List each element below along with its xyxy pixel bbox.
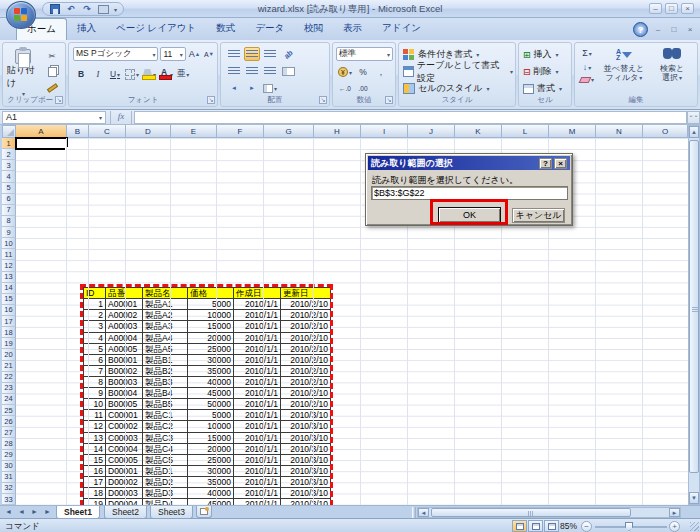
align-left-button[interactable] [226,64,242,78]
column-header-l[interactable]: L [502,125,549,138]
row-header-10[interactable]: 10 [2,238,16,249]
delete-cells-button[interactable]: ⊟ 削除 ▾ [523,64,569,79]
table-cell[interactable]: 2010/2/10 [281,321,331,332]
alignment-dialog-launcher[interactable]: ↘ [319,96,327,104]
table-cell[interactable]: 製品B4 [143,388,188,399]
row-header-18[interactable]: 18 [2,327,16,338]
doc-close-button[interactable]: × [684,25,696,35]
row-header-11[interactable]: 11 [2,249,16,260]
table-cell[interactable]: 2010/3/10 [281,488,331,499]
grow-font-button[interactable]: A▲ [188,47,201,61]
office-button[interactable] [6,1,36,29]
format-cells-button[interactable]: 書式 ▾ [523,81,569,96]
row-header-16[interactable]: 16 [2,305,16,316]
table-cell[interactable]: 2010/1/1 [234,321,281,332]
row-header-22[interactable]: 22 [2,372,16,383]
table-cell[interactable]: 15 [84,454,106,465]
column-header-f[interactable]: F [217,125,264,138]
table-cell[interactable]: 25000 [188,343,234,354]
fill-color-button[interactable]: ▾ [141,67,157,81]
expand-formula-bar-icon[interactable]: ⌄⌄ [687,111,700,124]
table-cell[interactable]: 2010/2/10 [281,365,331,376]
table-cell[interactable]: 2010/1/1 [234,376,281,387]
table-cell[interactable]: 2010/1/1 [234,488,281,499]
data-table[interactable]: ID品番製品名価格作成日更新日1A00001製品A150002010/1/120… [83,287,331,521]
page-layout-view-button[interactable] [528,520,543,532]
tab-view[interactable]: 表示 [333,18,372,40]
table-cell[interactable]: 25000 [188,454,234,465]
cell-styles-button[interactable]: セルのスタイル ▾ [403,81,513,96]
table-cell[interactable]: 製品B1 [143,354,188,365]
table-cell[interactable]: B00004 [106,388,143,399]
dialog-close-icon[interactable]: × [554,158,567,169]
doc-minimize-button[interactable]: – [652,25,664,35]
table-cell[interactable]: 製品B3 [143,376,188,387]
column-header-b[interactable]: B [67,125,89,138]
table-cell[interactable]: 8 [84,376,106,387]
clear-button[interactable]: ▾ [579,75,595,84]
table-cell[interactable]: 製品A5 [143,343,188,354]
table-cell[interactable]: 40000 [188,488,234,499]
font-dialog-launcher[interactable]: ↘ [207,96,215,104]
table-header-cell[interactable]: ID [84,288,106,299]
table-cell[interactable]: 2010/3/10 [281,476,331,487]
table-cell[interactable]: 製品A1 [143,299,188,310]
font-color-button[interactable]: A▾ [158,67,174,81]
horizontal-scroll-thumb[interactable] [431,508,631,517]
table-cell[interactable]: C00003 [106,432,143,443]
tab-splitter[interactable] [412,507,416,518]
first-sheet-icon[interactable]: ◄ [2,506,15,518]
table-cell[interactable]: 製品C5 [143,454,188,465]
table-cell[interactable]: 2010/1/1 [234,299,281,310]
row-header-28[interactable]: 28 [2,438,16,449]
table-cell[interactable]: 2010/1/1 [234,465,281,476]
fill-button[interactable]: ↓▾ [579,61,595,73]
row-header-4[interactable]: 4 [2,171,16,182]
orientation-button[interactable]: ab [280,47,296,61]
row-header-25[interactable]: 25 [2,405,16,416]
row-header-13[interactable]: 13 [2,272,16,283]
format-painter-button[interactable] [44,81,60,95]
table-cell[interactable]: 製品D3 [143,488,188,499]
table-cell[interactable]: 4 [84,332,106,343]
table-cell[interactable]: 2010/1/1 [234,343,281,354]
table-cell[interactable]: A00004 [106,332,143,343]
insert-function-icon[interactable]: fx [110,111,132,124]
row-header-6[interactable]: 6 [2,194,16,205]
save-icon[interactable] [49,4,61,15]
table-cell[interactable]: 15000 [188,321,234,332]
scroll-right-icon[interactable]: ► [669,508,680,517]
horizontal-scrollbar[interactable]: ◄ ► [417,507,681,518]
undo-icon[interactable]: ↶ [65,4,77,15]
worksheet-grid[interactable]: ID品番製品名価格作成日更新日1A00001製品A150002010/1/120… [16,138,688,505]
table-cell[interactable]: 製品A3 [143,321,188,332]
table-cell[interactable]: C00004 [106,443,143,454]
table-cell[interactable]: 40000 [188,376,234,387]
percent-format-button[interactable]: % [355,65,371,79]
column-header-e[interactable]: E [171,125,217,138]
column-header-c[interactable]: C [89,125,126,138]
comma-format-button[interactable]: , [373,65,389,79]
table-cell[interactable]: D00003 [106,488,143,499]
merge-center-button[interactable]: ▾ [262,81,278,95]
table-cell[interactable]: 製品C3 [143,432,188,443]
table-cell[interactable]: 製品A4 [143,332,188,343]
table-cell[interactable]: 2010/1/1 [234,476,281,487]
normal-view-button[interactable] [512,520,527,532]
table-cell[interactable]: 20000 [188,443,234,454]
font-name-select[interactable]: MS Pゴシック ▾ [73,47,158,61]
table-cell[interactable]: 製品B2 [143,365,188,376]
bold-button[interactable]: B [73,67,89,81]
tab-review[interactable]: 校閲 [294,18,333,40]
table-cell[interactable]: 2 [84,310,106,321]
next-sheet-icon[interactable]: ► [28,506,41,518]
prev-sheet-icon[interactable]: ◄ [15,506,28,518]
table-cell[interactable]: C00002 [106,421,143,432]
number-format-select[interactable]: 標準 ▾ [336,47,393,61]
autosum-button[interactable]: Σ▾ [579,47,595,59]
vertical-scrollbar[interactable]: ▲ ▼ [688,125,700,505]
insert-sheet-tab[interactable] [196,506,212,518]
table-cell[interactable]: 3 [84,321,106,332]
column-header-h[interactable]: H [314,125,361,138]
row-header-17[interactable]: 17 [2,316,16,327]
